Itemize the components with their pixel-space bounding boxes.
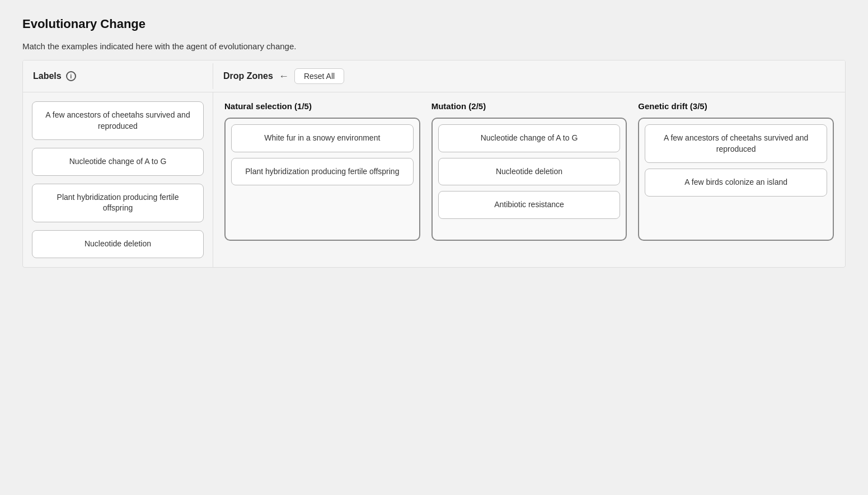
drop-item-mut-antibiotic[interactable]: Antibiotic resistance [438,191,621,219]
back-arrow-icon[interactable]: ← [279,71,289,82]
drop-zone-title-mutation: Mutation (2/5) [431,101,627,111]
drop-item-mut-nucleotide-ag[interactable]: Nucleotide change of A to G [438,124,621,152]
drop-zone-box-natural-selection[interactable]: White fur in a snowy environmentPlant hy… [224,118,420,241]
drop-item-gd-birds[interactable]: A few birds colonize an island [645,169,827,197]
dropzones-header-text: Drop Zones [223,71,273,81]
drop-zone-group-mutation: Mutation (2/5)Nucleotide change of A to … [431,101,627,241]
drop-item-ns-white-fur[interactable]: White fur in a snowy environment [231,124,414,152]
labels-header: Labels i [23,63,213,89]
drop-zone-group-natural-selection: Natural selection (1/5)White fur in a sn… [224,101,420,241]
info-icon[interactable]: i [66,71,76,81]
drop-item-ns-plant-hybrid[interactable]: Plant hybridization producing fertile of… [231,158,414,186]
drop-zone-box-mutation[interactable]: Nucleotide change of A to GNucleotide de… [431,118,627,241]
label-card-label-nucleotide-del[interactable]: Nucleotide deletion [32,230,204,258]
dropzones-header: Drop Zones ← Reset All [213,60,354,92]
drop-zone-group-genetic-drift: Genetic drift (3/5)A few ancestors of ch… [638,101,834,241]
main-container: Labels i Drop Zones ← Reset All A few an… [22,60,846,268]
drop-zone-title-natural-selection: Natural selection (1/5) [224,101,420,111]
page-subtitle: Match the examples indicated here with t… [22,41,846,51]
header-row: Labels i Drop Zones ← Reset All [23,60,845,92]
label-card-label-nucleotide-ag[interactable]: Nucleotide change of A to G [32,148,204,176]
drop-zone-box-genetic-drift[interactable]: A few ancestors of cheetahs survived and… [638,118,834,241]
drop-item-gd-cheetahs[interactable]: A few ancestors of cheetahs survived and… [645,124,827,163]
reset-all-button[interactable]: Reset All [294,68,344,84]
drop-zone-title-genetic-drift: Genetic drift (3/5) [638,101,834,111]
content-row: A few ancestors of cheetahs survived and… [23,92,845,267]
drop-item-mut-nucleotide-del[interactable]: Nucleotide deletion [438,158,621,186]
labels-column: A few ancestors of cheetahs survived and… [23,92,213,267]
label-card-label-plant-hybrid[interactable]: Plant hybridization producing fertile of… [32,184,204,222]
label-card-label-cheetahs[interactable]: A few ancestors of cheetahs survived and… [32,101,204,140]
labels-header-text: Labels [33,71,62,81]
page-title: Evolutionary Change [22,17,846,31]
dropzones-column: Natural selection (1/5)White fur in a sn… [213,92,845,250]
